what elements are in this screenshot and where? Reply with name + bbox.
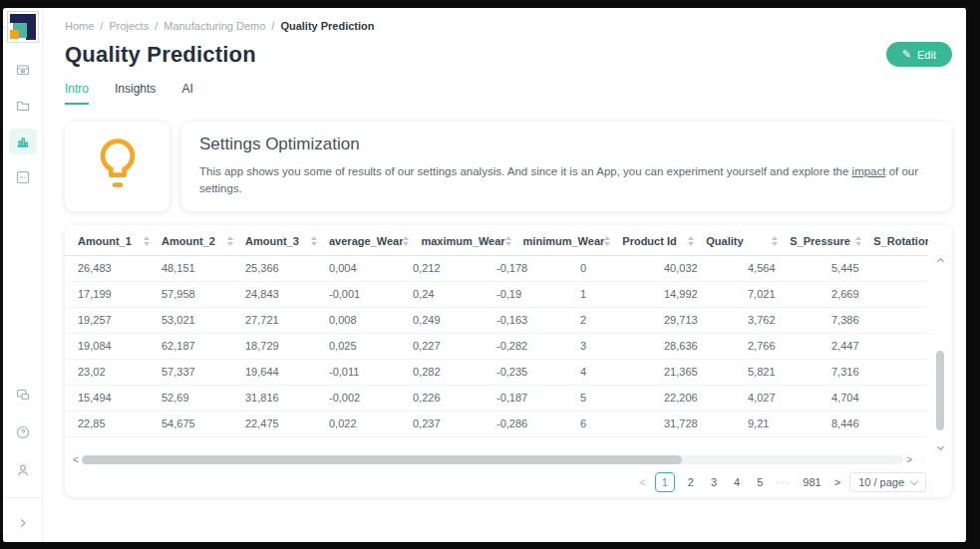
column-header[interactable]: S_Rotation bbox=[873, 227, 928, 255]
table-cell: 1 bbox=[580, 282, 664, 307]
table-row[interactable]: 19,25753,02127,7210,0080,249-0,163229,71… bbox=[65, 308, 928, 334]
table-cell: 52,69 bbox=[162, 386, 245, 411]
vertical-scroll-thumb[interactable] bbox=[936, 351, 944, 430]
sidebar-item-projects[interactable] bbox=[9, 93, 37, 119]
chevron-down-icon bbox=[910, 476, 918, 484]
table-cell bbox=[915, 334, 928, 359]
page-size-select[interactable]: 10 / page bbox=[849, 472, 926, 492]
scroll-right-icon[interactable]: > bbox=[906, 454, 912, 465]
table-cell: 7,386 bbox=[831, 308, 915, 333]
table-cell: 53,021 bbox=[162, 308, 245, 333]
tab-insights[interactable]: Insights bbox=[115, 82, 156, 105]
sort-icon[interactable] bbox=[311, 236, 317, 246]
table-horizontal-scrollbar[interactable]: < > bbox=[73, 454, 912, 465]
table-cell: -0,187 bbox=[496, 386, 580, 411]
table-row[interactable]: 17,19957,95824,843-0,0010,24-0,19114,992… bbox=[65, 282, 928, 308]
pagination-page-button[interactable]: 5 bbox=[753, 474, 767, 490]
sort-icon[interactable] bbox=[855, 236, 861, 246]
breadcrumb-item-current: Quality Prediction bbox=[280, 20, 374, 32]
table-cell: 0 bbox=[580, 256, 664, 281]
table-cell: 31,728 bbox=[664, 412, 748, 436]
intro-text-before: This app shows you some of results of ou… bbox=[199, 165, 852, 177]
table-cell: 0,226 bbox=[413, 386, 496, 411]
column-header[interactable]: maximum_Wear bbox=[421, 227, 522, 255]
scroll-up-icon[interactable] bbox=[937, 257, 944, 264]
sidebar-item-help[interactable] bbox=[9, 419, 37, 445]
sidebar-collapse-button[interactable] bbox=[9, 510, 37, 536]
column-label: Quality bbox=[706, 235, 743, 247]
sort-icon[interactable] bbox=[772, 236, 778, 246]
pagination-next-button[interactable]: > bbox=[834, 476, 840, 488]
scroll-left-icon[interactable]: < bbox=[73, 454, 79, 465]
table-row[interactable]: 23,0257,33719,644-0,0110,282-0,235421,36… bbox=[65, 360, 928, 386]
column-header[interactable]: Quality bbox=[706, 227, 790, 255]
sidebar-bottom bbox=[3, 382, 42, 542]
table-cell: 2,447 bbox=[831, 334, 915, 359]
pagination-page-button[interactable]: 3 bbox=[707, 474, 721, 490]
table-cell: -0,001 bbox=[329, 282, 413, 307]
table-cell: 4,027 bbox=[748, 386, 831, 411]
table-cell: 4,564 bbox=[748, 256, 831, 281]
column-header[interactable]: minimum_Wear bbox=[523, 227, 623, 255]
page-title: Quality Prediction bbox=[65, 42, 256, 68]
table-cell: 0,212 bbox=[413, 256, 496, 281]
sort-icon[interactable] bbox=[505, 236, 511, 246]
tab-intro[interactable]: Intro bbox=[65, 82, 89, 105]
breadcrumb-separator: / bbox=[271, 20, 274, 32]
table-cell: 21,365 bbox=[664, 360, 748, 385]
pagination-prev-button[interactable]: < bbox=[639, 476, 645, 488]
sort-icon[interactable] bbox=[688, 236, 694, 246]
horizontal-scroll-track[interactable] bbox=[82, 455, 903, 464]
intro-card: Settings Optimization This app shows you… bbox=[181, 122, 952, 211]
column-header[interactable]: Product Id bbox=[622, 227, 706, 255]
table-cell: -0,235 bbox=[496, 360, 580, 385]
table-row[interactable]: 19,08462,18718,7290,0250,227-0,282328,63… bbox=[65, 334, 928, 360]
breadcrumb-item[interactable]: Home bbox=[65, 20, 94, 32]
horizontal-scroll-thumb[interactable] bbox=[82, 455, 682, 464]
table-cell: 0,227 bbox=[413, 334, 496, 359]
column-header[interactable]: average_Wear bbox=[329, 227, 421, 255]
apps-icon bbox=[15, 169, 31, 185]
pagination-page-button[interactable]: 2 bbox=[684, 474, 698, 490]
sidebar-item-apps[interactable] bbox=[9, 164, 37, 190]
sort-icon[interactable] bbox=[403, 236, 409, 246]
sidebar-item-archive[interactable] bbox=[9, 57, 37, 83]
table-row[interactable]: 22,8554,67522,4750,0220,237-0,286631,728… bbox=[65, 412, 928, 437]
table-cell bbox=[915, 282, 928, 307]
table-row[interactable]: 15,49452,6931,816-0,0020,226-0,187522,20… bbox=[65, 386, 928, 412]
lightbulb-icon bbox=[95, 137, 141, 196]
column-header[interactable]: Amount_2 bbox=[162, 227, 245, 255]
sort-icon[interactable] bbox=[604, 236, 610, 246]
table-cell: -0,286 bbox=[496, 412, 580, 436]
pagination-page-button[interactable]: 4 bbox=[730, 474, 744, 490]
table-cell: 3,762 bbox=[748, 308, 831, 333]
sidebar-item-user[interactable] bbox=[9, 457, 37, 483]
pagination-page-active[interactable]: 1 bbox=[655, 472, 675, 492]
scroll-down-icon[interactable] bbox=[937, 444, 944, 451]
sidebar-item-analytics[interactable] bbox=[9, 129, 37, 154]
sort-icon[interactable] bbox=[144, 236, 150, 246]
table-cell: 40,032 bbox=[664, 256, 748, 281]
sidebar-item-feedback[interactable] bbox=[9, 382, 37, 408]
column-header[interactable]: S_Pressure bbox=[790, 227, 873, 255]
pagination-last-page-button[interactable]: 981 bbox=[799, 474, 824, 490]
chevron-right-icon bbox=[16, 516, 30, 530]
impact-link[interactable]: impact bbox=[852, 165, 886, 177]
table-row[interactable]: 26,48348,15125,3660,0040,212-0,178040,03… bbox=[65, 256, 928, 282]
vertical-scroll-track[interactable] bbox=[936, 264, 944, 444]
table-cell: 14,992 bbox=[664, 282, 748, 307]
app-logo[interactable] bbox=[7, 11, 39, 43]
table-cell: -0,011 bbox=[329, 360, 413, 385]
table-cell: -0,282 bbox=[496, 334, 580, 359]
pagination-ellipsis[interactable]: ··· bbox=[776, 476, 790, 488]
column-header[interactable]: Amount_1 bbox=[78, 227, 162, 255]
table-vertical-scrollbar[interactable] bbox=[935, 257, 945, 451]
breadcrumb-item[interactable]: Manufacturing Demo bbox=[163, 20, 265, 32]
sort-icon[interactable] bbox=[227, 236, 233, 246]
table-cell: 2,669 bbox=[831, 282, 915, 307]
breadcrumb-item[interactable]: Projects bbox=[109, 20, 149, 32]
edit-button[interactable]: ✎ Edit bbox=[886, 42, 952, 67]
column-header[interactable]: Amount_3 bbox=[245, 227, 329, 255]
tab-ai[interactable]: AI bbox=[181, 82, 192, 105]
table-cell: 9,21 bbox=[748, 412, 831, 436]
